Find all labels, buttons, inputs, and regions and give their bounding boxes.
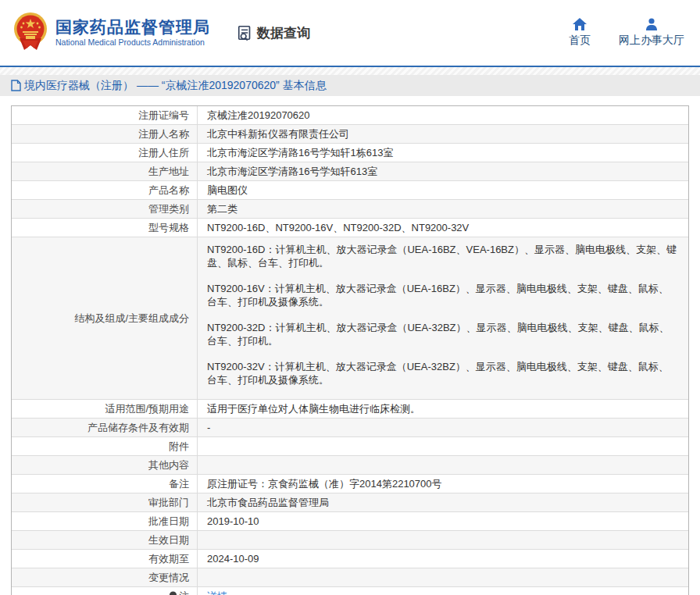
row-value: 详情 [198,587,688,595]
table-row: 注册证编号 京械注准20192070620 [12,106,688,125]
composition-paragraph: NT9200-32V：计算机主机、放大器记录盒（UEA-32BZ）、显示器、脑电… [207,360,677,387]
row-label: 产品名称 [12,181,198,199]
row-value: NT9200-16D：计算机主机、放大器记录盒（UEA-16BZ、VEA-16B… [198,237,688,399]
note-label: 注 [179,590,189,595]
header-nav: 首页 网上办事大厅 [569,18,684,48]
composition-paragraph: NT9200-16V：计算机主机、放大器记录盒（UEA-16BZ）、显示器、脑电… [207,282,677,308]
table-row: 其他内容 [12,456,688,475]
nav-data-query[interactable]: 数据查询 [237,24,310,42]
breadcrumb-text: 境内医疗器械（注册） —— “京械注准20192070620” 基本信息 [24,79,327,93]
row-label: 注册证编号 [12,106,198,124]
header-shadow-strip [0,67,700,75]
table-row: 备注 原注册证号：京食药监械（准）字2014第2210700号 [12,475,688,493]
table-row: 适用范围/预期用途 适用于医疗单位对人体脑生物电进行临床检测。 [12,400,688,419]
data-query-icon [237,24,254,41]
row-label: 其他内容 [12,456,198,474]
table-row: 注册人住所 北京市海淀区学清路16号学知轩1栋613室 [12,144,688,162]
table-row: 变更情况 [12,568,688,587]
nav-home-label: 首页 [569,34,591,48]
row-value: 北京中科新拓仪器有限责任公司 [198,125,688,143]
site-title: 国家药品监督管理局 [55,18,210,36]
table-row: 有效期至 2024-10-09 [12,550,688,568]
row-label: 产品储存条件及有效期 [12,419,198,436]
table-row: 批准日期 2019-10-10 [12,512,688,531]
registration-info-table: 注册证编号 京械注准20192070620 注册人名称 北京中科新拓仪器有限责任… [11,105,689,595]
row-label: 附件 [12,437,198,455]
row-label: 批准日期 [12,512,198,530]
row-value: 2019-10-10 [198,512,688,530]
detail-link[interactable]: 详情 [207,590,227,595]
row-label: 管理类别 [12,200,198,218]
row-label: 结构及组成/主要组成成分 [12,237,198,399]
table-row: 注册人名称 北京中科新拓仪器有限责任公司 [12,125,688,144]
row-value: - [198,419,688,436]
nav-online-hall[interactable]: 网上办事大厅 [619,18,684,48]
table-row: 附件 [12,437,688,456]
row-label: 注册人名称 [12,125,198,143]
table-row: 产品储存条件及有效期 - [12,419,688,437]
row-label: 型号规格 [12,219,198,237]
page-icon [11,80,21,91]
site-title-block: 国家药品监督管理局 National Medical Products Admi… [55,18,210,48]
row-value: 第二类 [198,200,688,218]
row-value [198,568,688,586]
row-value [198,531,688,549]
row-label: 注 [12,587,198,595]
national-emblem-logo [13,12,48,53]
table-row: 管理类别 第二类 [12,200,688,219]
nav-home[interactable]: 首页 [569,18,591,48]
row-label: 生产地址 [12,162,198,180]
note-icon [169,591,177,595]
row-label: 适用范围/预期用途 [12,400,198,418]
row-value: 北京市海淀区学清路16号学知轩1栋613室 [198,144,688,162]
row-label: 注册人住所 [12,144,198,162]
row-label: 变更情况 [12,568,198,586]
row-value [198,456,688,474]
breadcrumb: 境内医疗器械（注册） —— “京械注准20192070620” 基本信息 [0,75,700,96]
row-label: 备注 [12,475,198,493]
table-row: 型号规格 NT9200-16D、NT9200-16V、NT9200-32D、NT… [12,219,688,237]
row-value [198,437,688,455]
composition-paragraph: NT9200-16D：计算机主机、放大器记录盒（UEA-16BZ、VEA-16B… [207,243,677,269]
site-header: 国家药品监督管理局 National Medical Products Admi… [0,0,700,66]
row-value: 北京市食品药品监督管理局 [198,493,688,511]
person-icon [645,18,659,30]
data-query-label: 数据查询 [257,24,310,42]
row-value: 2024-10-09 [198,550,688,568]
row-label: 有效期至 [12,550,198,568]
table-row: 生产地址 北京市海淀区学清路16号学知轩613室 [12,162,688,181]
row-value: 原注册证号：京食药监械（准）字2014第2210700号 [198,475,688,493]
table-row: 生效日期 [12,531,688,550]
composition-paragraph: NT9200-32D：计算机主机、放大器记录盒（UEA-32BZ）、显示器、脑电… [207,321,677,347]
row-label: 审批部门 [12,493,198,511]
home-icon [573,18,587,30]
row-value: NT9200-16D、NT9200-16V、NT9200-32D、NT9200-… [198,219,688,237]
row-label: 生效日期 [12,531,198,549]
row-value: 适用于医疗单位对人体脑生物电进行临床检测。 [198,400,688,418]
table-row-composition: 结构及组成/主要组成成分 NT9200-16D：计算机主机、放大器记录盒（UEA… [12,237,688,400]
row-value: 北京市海淀区学清路16号学知轩613室 [198,162,688,180]
table-row-note: 注 详情 [12,587,688,595]
site-subtitle: National Medical Products Administration [55,38,210,48]
table-row: 审批部门 北京市食品药品监督管理局 [12,493,688,512]
row-value: 京械注准20192070620 [198,106,688,124]
table-row: 产品名称 脑电图仪 [12,181,688,200]
nav-online-hall-label: 网上办事大厅 [619,34,684,48]
page: 国家药品监督管理局 National Medical Products Admi… [0,0,700,595]
row-value: 脑电图仪 [198,181,688,199]
